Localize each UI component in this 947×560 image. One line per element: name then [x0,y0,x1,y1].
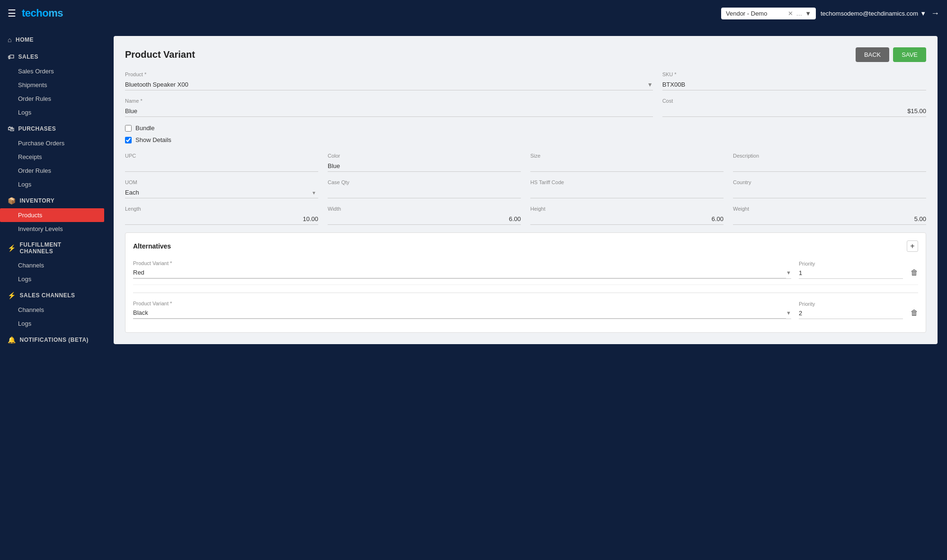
alt2-delete-button[interactable]: 🗑 [911,309,918,319]
length-field-group: Length [125,206,318,225]
hamburger-icon[interactable]: ☰ [8,8,16,19]
notifications-icon: 🔔 [8,336,16,344]
app-body: ⌂ HOME 🏷 SALES Sales Orders Shipments Or… [0,27,947,560]
sidebar-inventory-header[interactable]: 📦 INVENTORY [0,193,104,208]
alt1-priority-input[interactable] [799,267,903,279]
vendor-dropdown-icon[interactable]: ▼ [805,10,811,17]
sidebar-sales-channels-header[interactable]: ⚡ SALES CHANNELS [0,288,104,303]
uom-select[interactable]: Each Box Case [125,187,318,198]
sidebar: ⌂ HOME 🏷 SALES Sales Orders Shipments Or… [0,27,104,560]
description-input[interactable] [733,160,926,172]
page-header: Product Variant BACK SAVE [125,47,926,62]
sidebar-item-purchase-logs[interactable]: Logs [0,178,104,191]
country-label: Country [733,179,926,185]
sidebar-item-sc-channels[interactable]: Channels [0,303,104,317]
sidebar-sales-header[interactable]: 🏷 SALES [0,49,104,64]
name-input[interactable] [125,106,653,117]
alt-row-2: Product Variant * Red Blue Black ▼ Prior… [133,299,918,325]
sidebar-item-sc-logs[interactable]: Logs [0,317,104,330]
show-details-checkbox[interactable] [125,137,132,143]
sidebar-purchases-header[interactable]: 🛍 PURCHASES [0,121,104,136]
back-button[interactable]: BACK [856,47,889,62]
sidebar-notifications-label: NOTIFICATIONS (BETA) [20,337,89,343]
logo-suffix: ms [48,7,63,19]
name-label: Name * [125,98,653,104]
product-field-group: Product * ▼ [125,71,653,90]
logout-button[interactable]: → [931,9,939,18]
sidebar-item-shipments[interactable]: Shipments [0,78,104,92]
show-details-label[interactable]: Show Details [135,136,171,143]
size-input[interactable] [530,160,724,172]
hs-tariff-field-group: HS Tariff Code [530,179,724,198]
sidebar-item-order-rules[interactable]: Order Rules [0,92,104,106]
cost-field-group: Cost $15.00 [662,98,926,117]
sidebar-section-sales-channels: ⚡ SALES CHANNELS Channels Logs [0,288,104,330]
case-qty-input[interactable] [328,187,521,198]
sidebar-item-fc-logs[interactable]: Logs [0,272,104,286]
sidebar-item-inventory-levels[interactable]: Inventory Levels [0,222,104,236]
product-input[interactable] [125,79,647,90]
bundle-checkbox[interactable] [125,125,132,132]
save-button[interactable]: SAVE [893,47,926,62]
user-email-text: techomsodemo@techdinamics.com [821,10,918,17]
nav-left: ☰ techoms [8,7,63,19]
country-input[interactable] [733,187,926,198]
checkboxes-section: Bundle Show Details [125,124,926,143]
alt2-priority-input[interactable] [799,308,903,319]
sidebar-item-purchase-order-rules[interactable]: Order Rules [0,164,104,178]
sidebar-home-header[interactable]: ⌂ HOME [0,32,104,47]
logo-prefix: techo [22,7,48,19]
vendor-clear-icon[interactable]: ✕ [788,10,793,17]
top-navigation: ☰ techoms Vendor - Demo ✕ … ▼ techomsode… [0,0,947,27]
alternatives-title: Alternatives [133,242,171,250]
main-content: Product Variant BACK SAVE Product * ▼ SK… [104,27,947,560]
hs-tariff-input[interactable] [530,187,724,198]
case-qty-label: Case Qty [328,179,521,185]
alt2-product-variant-select[interactable]: Red Blue Black [133,307,786,319]
height-input[interactable] [530,213,724,225]
alt1-priority-label: Priority [799,261,815,267]
sidebar-item-sales-logs[interactable]: Logs [0,106,104,119]
vendor-selector[interactable]: Vendor - Demo ✕ … ▼ [721,8,816,19]
weight-input[interactable] [733,213,926,225]
form-row-product-sku: Product * ▼ SKU * [125,71,926,90]
width-input[interactable] [328,213,521,225]
alt1-product-variant-select[interactable]: Red Blue Black [133,267,786,278]
vendor-more-icon[interactable]: … [796,10,802,17]
sidebar-item-receipts[interactable]: Receipts [0,150,104,164]
sidebar-item-sales-orders[interactable]: Sales Orders [0,64,104,78]
sidebar-home-label: HOME [16,36,34,43]
alt1-priority-group: Priority [799,259,903,279]
page-title: Product Variant [125,49,195,60]
alternatives-add-button[interactable]: + [907,240,918,252]
alt2-priority-label: Priority [799,301,815,307]
upc-input[interactable] [125,160,318,172]
width-label: Width [328,206,521,212]
alt2-select-arrow-icon: ▼ [786,310,791,316]
height-label: Height [530,206,724,212]
size-field-group: Size [530,153,724,172]
sku-field-group: SKU * [662,71,926,90]
sidebar-fulfillment-header[interactable]: ⚡ FULFILLMENT CHANNELS [0,238,104,258]
sidebar-inventory-label: INVENTORY [20,197,55,204]
alt2-priority-group: Priority [799,299,903,319]
user-email-button[interactable]: techomsodemo@techdinamics.com ▼ [821,10,926,17]
sidebar-item-purchase-orders[interactable]: Purchase Orders [0,136,104,150]
color-input[interactable] [328,160,521,172]
country-field-group: Country [733,179,926,198]
sales-icon: 🏷 [8,53,15,61]
alt-row-1: Product Variant * Red Blue Black ▼ Prior… [133,258,918,285]
alt1-delete-button[interactable]: 🗑 [911,268,918,279]
product-dropdown-icon[interactable]: ▼ [647,81,653,88]
sidebar-item-fc-channels[interactable]: Channels [0,258,104,272]
length-label: Length [125,206,318,212]
upc-label: UPC [125,153,318,159]
form-row-name-cost: Name * Cost $15.00 [125,98,926,117]
sku-input[interactable] [662,79,926,90]
length-input[interactable] [125,213,318,225]
sidebar-item-products[interactable]: Products [0,208,104,222]
alternatives-header: Alternatives + [133,240,918,252]
bundle-label[interactable]: Bundle [135,124,154,132]
sidebar-notifications-header[interactable]: 🔔 NOTIFICATIONS (BETA) [0,332,104,347]
color-field-group: Color [328,153,521,172]
